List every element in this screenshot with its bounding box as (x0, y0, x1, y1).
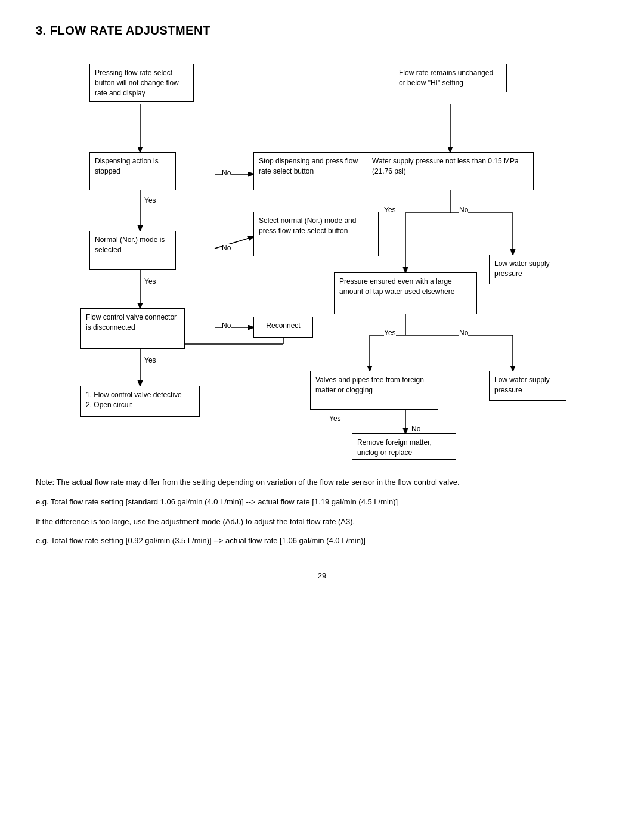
box-b2: Dispensing action is stopped (89, 152, 176, 190)
label-yes4: Yes (384, 206, 396, 214)
box-b12: Pressure ensured even with a large amoun… (334, 272, 477, 314)
box-b10: Water supply pressure not less than 0.15… (367, 152, 534, 190)
box-b4: Normal (Nor.) mode is selected (89, 231, 176, 270)
label-yes2: Yes (144, 277, 156, 286)
label-no5: No (459, 329, 468, 337)
notes-section: Note: The actual flow rate may differ fr… (36, 476, 608, 547)
label-no4: No (459, 206, 468, 214)
note-2: e.g. Total flow rate setting [standard 1… (36, 496, 608, 509)
box-b1: Pressing flow rate select button will no… (89, 64, 194, 102)
svg-line-5 (215, 237, 253, 249)
label-yes6: Yes (329, 414, 341, 423)
box-b7: Reconnect (253, 317, 313, 338)
box-b14: Valves and pipes free from foreign matte… (310, 371, 438, 410)
box-b13: Low water supply pressure (489, 371, 566, 401)
label-no3: No (222, 321, 231, 330)
label-yes3: Yes (144, 356, 156, 364)
box-b3: Stop dispensing and press flow rate sele… (253, 152, 373, 190)
flowchart: Pressing flow rate select button will no… (36, 52, 596, 457)
label-no6: No (411, 425, 420, 433)
page-number: 29 (36, 571, 608, 580)
box-b6: Flow control valve connector is disconne… (80, 308, 185, 349)
label-no2: No (222, 244, 231, 252)
page-title: 3. FLOW RATE ADJUSTMENT (36, 24, 608, 38)
box-b5: Select normal (Nor.) mode and press flow… (253, 212, 379, 256)
label-no1: No (222, 169, 231, 177)
label-yes5: Yes (384, 329, 396, 337)
box-b8: 1. Flow control valve defective 2. Open … (80, 386, 200, 417)
box-b9: Flow rate remains unchanged or below "HI… (394, 64, 507, 92)
note-1: Note: The actual flow rate may differ fr… (36, 476, 608, 489)
note-3: If the difference is too large, use the … (36, 516, 608, 528)
box-b11: Low water supply pressure (489, 255, 566, 284)
label-yes1: Yes (144, 196, 156, 205)
note-4: e.g. Total flow rate setting [0.92 gal/m… (36, 535, 608, 547)
box-b15: Remove foreign matter, unclog or replace (352, 433, 456, 460)
